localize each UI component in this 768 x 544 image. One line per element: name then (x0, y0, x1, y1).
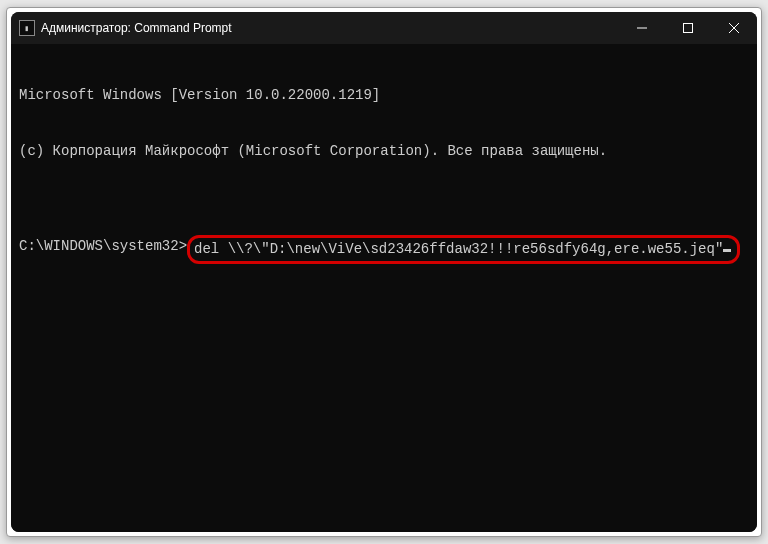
command-highlight: del \\?\"D:\new\ViVe\sd23426ffdaw32!!!re… (187, 235, 740, 264)
close-icon (729, 23, 739, 33)
close-button[interactable] (711, 12, 757, 44)
terminal-area[interactable]: Microsoft Windows [Version 10.0.22000.12… (11, 44, 757, 532)
app-icon: ▮ (19, 20, 35, 36)
maximize-button[interactable] (665, 12, 711, 44)
minimize-button[interactable] (619, 12, 665, 44)
prompt-text: C:\WINDOWS\system32> (19, 237, 187, 256)
maximize-icon (683, 23, 693, 33)
minimize-icon (637, 23, 647, 33)
window-title: Администратор: Command Prompt (41, 21, 619, 35)
prompt-line: C:\WINDOWS\system32>del \\?\"D:\new\ViVe… (19, 237, 749, 264)
cursor (723, 249, 731, 252)
command-text: del \\?\"D:\new\ViVe\sd23426ffdaw32!!!re… (194, 241, 723, 257)
window-controls (619, 12, 757, 44)
titlebar[interactable]: ▮ Администратор: Command Prompt (11, 12, 757, 44)
version-line: Microsoft Windows [Version 10.0.22000.12… (19, 86, 749, 105)
svg-rect-1 (684, 24, 693, 33)
screenshot-frame: ▮ Администратор: Command Prompt Microsof… (6, 7, 762, 537)
app-icon-glyph: ▮ (25, 24, 30, 33)
command-prompt-window: ▮ Администратор: Command Prompt Microsof… (11, 12, 757, 532)
copyright-line: (c) Корпорация Майкрософт (Microsoft Cor… (19, 142, 749, 161)
